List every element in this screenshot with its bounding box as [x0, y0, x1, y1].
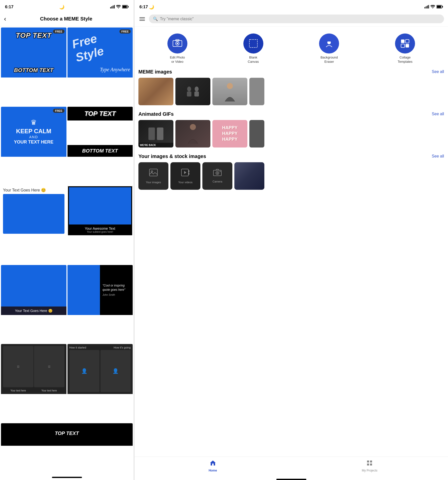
meme-card-topbottom[interactable]: TOP TEXT BOTTOM TEXT FREE [1, 28, 66, 106]
menu-button[interactable] [138, 16, 146, 22]
your-images-see-all[interactable]: See all [432, 154, 444, 158]
svg-rect-14 [442, 6, 443, 8]
svg-point-44 [220, 171, 221, 172]
crown-icon: ♛ [30, 118, 37, 126]
meme-card-keepcalm[interactable]: ♛ KEEP CALM AND YOUR TEXT HERE FREE [1, 107, 66, 185]
split-text-1: Your text here [3, 389, 33, 392]
svg-rect-45 [212, 464, 214, 466]
search-bar[interactable]: 🔍 [149, 14, 444, 23]
nav-projects[interactable]: My Projects [291, 460, 448, 472]
meme-image-suit[interactable] [212, 78, 247, 105]
gifs-row: WE'RE BACK HAPPY HAPPY HAPPY [138, 120, 444, 148]
meme-card-blueawesome[interactable]: Your Awesome Text Your subtext goes here… [67, 186, 133, 264]
svg-rect-15 [437, 6, 441, 8]
hamburger-line-1 [139, 17, 145, 18]
photo-placeholder-icon: 🖼 [17, 365, 19, 368]
your-text-label: Your Text Goes Here 😊 [3, 188, 64, 192]
svg-rect-49 [370, 464, 372, 466]
meme-card-blacktopbottom[interactable]: TOP TEXT BOTTOM TEXT [67, 107, 133, 185]
your-images-row: Your images Your videos [138, 162, 444, 190]
svg-rect-11 [428, 5, 429, 8]
peek-text: TOP TEXT [55, 430, 79, 436]
svg-point-34 [190, 124, 196, 130]
meme-card-freestyle[interactable]: Free Style Type Anywhere FREE [67, 28, 133, 106]
meme-image-amber[interactable] [138, 78, 173, 105]
meme-images-section: MEME images See all [138, 69, 444, 105]
quote-author: John Smith [102, 294, 130, 296]
svg-rect-29 [187, 92, 191, 96]
gif-were-back[interactable]: WE'RE BACK [138, 120, 173, 148]
svg-point-18 [177, 43, 178, 44]
camera-icon [213, 169, 222, 178]
svg-point-31 [227, 83, 233, 89]
your-images-card[interactable]: Your images [138, 162, 168, 190]
gif-happy[interactable]: HAPPY HAPPY HAPPY [212, 120, 247, 148]
collage-circle [395, 34, 415, 54]
black-bottom-text: BOTTOM TEXT [82, 148, 118, 154]
right-time: 6:17 [139, 4, 148, 10]
svg-rect-20 [249, 40, 257, 48]
svg-rect-33 [157, 128, 163, 140]
quick-action-bg-eraser[interactable]: BackgroundEraser [292, 34, 366, 64]
meme-card-yourtextblue[interactable]: Your Text Goes Here 😊 [1, 186, 66, 264]
how-going-label: How it's going [114, 346, 131, 349]
nav-home[interactable]: Home [134, 460, 291, 472]
svg-rect-35 [149, 169, 157, 176]
left-moon-icon: 🌙 [59, 4, 64, 10]
right-header: 🔍 [134, 12, 448, 26]
quick-action-blank-canvas[interactable]: BlankCanvas [216, 34, 290, 64]
right-signal-icon [425, 5, 429, 9]
meme-card-howitstarted[interactable]: How it started How it's going 👤 👤 [67, 344, 133, 422]
gif-extra[interactable] [249, 120, 264, 148]
how-started-label: How it started [69, 346, 86, 349]
quick-action-collage[interactable]: CollageTemplates [368, 34, 442, 64]
svg-rect-40 [188, 173, 189, 175]
blank-canvas-circle [243, 34, 263, 54]
search-input[interactable] [160, 17, 440, 21]
meme-images-header: MEME images See all [138, 69, 444, 75]
your-videos-card[interactable]: Your videos [170, 162, 200, 190]
meme-image-extra[interactable] [249, 78, 264, 105]
gif-person[interactable] [175, 120, 210, 148]
top-text-label: TOP TEXT [16, 32, 51, 40]
svg-rect-2 [113, 6, 113, 8]
signal-icon [110, 5, 115, 9]
bg-eraser-label: BackgroundEraser [321, 56, 338, 64]
meme-card-splitphoto[interactable]: 🖼 Your text here 🖼 Your text here [1, 344, 66, 422]
projects-label: My Projects [362, 469, 378, 472]
collage-label: CollageTemplates [398, 56, 413, 64]
quick-action-edit-photo[interactable]: Edit Photoor Video [140, 34, 214, 64]
meme-card-bottompeek[interactable]: TOP TEXT [1, 423, 133, 474]
search-icon: 🔍 [153, 16, 158, 21]
quote-text: "Cool or inspring quote goes here" [102, 284, 130, 292]
right-panel: 6:17 🌙 🔍 [134, 0, 448, 480]
animated-gifs-see-all[interactable]: See all [432, 112, 444, 116]
svg-rect-47 [370, 460, 372, 462]
stock-photo-card[interactable] [234, 162, 264, 190]
hamburger-line-2 [139, 19, 145, 19]
bg-eraser-circle [319, 34, 339, 54]
svg-marker-38 [184, 171, 186, 174]
awesome-main-text: Your Awesome Text [70, 226, 130, 230]
meme-card-bluebartext[interactable]: Your Text Goes Here 😊 [1, 265, 66, 343]
camera-card[interactable]: Camera [202, 162, 232, 190]
photo-placeholder-icon-2: 🖼 [48, 365, 50, 368]
svg-rect-39 [188, 170, 189, 172]
animated-gifs-header: Animated GIFs See all [138, 111, 444, 117]
animated-gifs-section: Animated GIFs See all WE'RE BACK [138, 111, 444, 148]
meme-images-see-all[interactable]: See all [432, 70, 444, 74]
hamburger-line-3 [139, 20, 145, 21]
svg-point-4 [118, 8, 119, 8]
left-panel: 6:17 🌙 ‹ Choose a MEME Style TOP TEXT BO… [0, 0, 134, 480]
gif-happy-text-1: HAPPY [222, 125, 238, 130]
your-images-header: Your images & stock images See all [138, 154, 444, 159]
svg-point-28 [195, 86, 199, 92]
your-images-label: Your images [146, 181, 161, 184]
left-home-indicator [52, 477, 82, 478]
meme-image-fight[interactable] [175, 78, 210, 105]
meme-card-quote[interactable]: "Cool or inspring quote goes here" John … [67, 265, 133, 343]
svg-rect-25 [401, 44, 405, 48]
back-button[interactable]: ‹ [4, 15, 6, 23]
bottom-text-label: BOTTOM TEXT [14, 67, 53, 74]
free-badge-3: FREE [53, 109, 64, 113]
